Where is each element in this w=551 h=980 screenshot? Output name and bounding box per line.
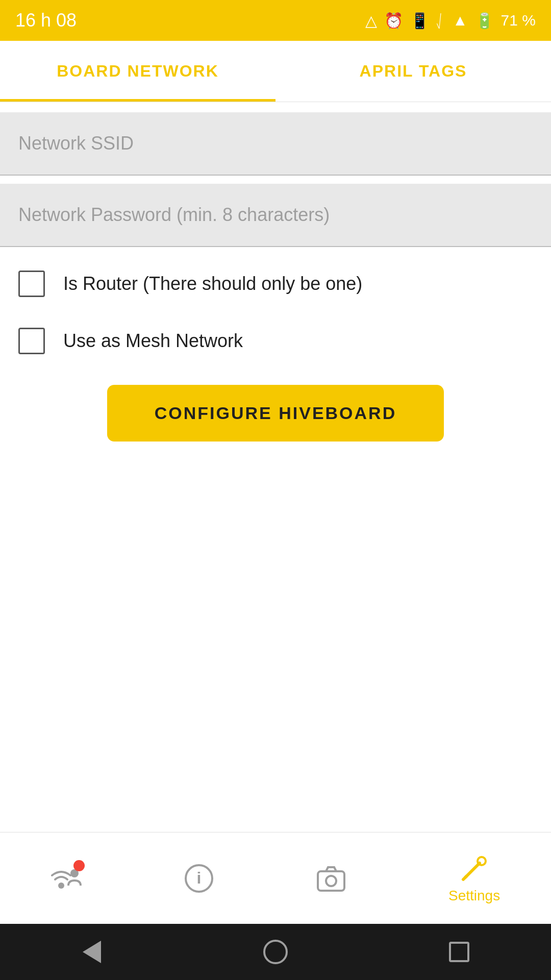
- main-content: Is Router (There should only be one) Use…: [0, 102, 551, 832]
- sys-home-button[interactable]: [258, 934, 293, 970]
- configure-hiveboard-button[interactable]: CONFIGURE HIVEBOARD: [107, 385, 444, 442]
- wifi-badge: [73, 860, 85, 871]
- system-nav-bar: [0, 924, 551, 980]
- bottom-nav: i Settings: [0, 832, 551, 924]
- svg-line-8: [463, 876, 466, 879]
- status-bar: 16 h 08 △ ⏰ 📱 ⎷ ▲ 🔋 71 %: [0, 0, 551, 41]
- nav-item-settings[interactable]: Settings: [448, 853, 500, 904]
- sys-recents-button[interactable]: [441, 934, 477, 970]
- home-circle-icon: [263, 940, 288, 964]
- back-triangle-icon: [83, 941, 101, 963]
- tab-april-tags-label: APRIL TAGS: [360, 62, 467, 81]
- signal-icon: ▲: [453, 12, 468, 29]
- tab-bar: BOARD NETWORK APRIL TAGS: [0, 41, 551, 102]
- mesh-network-checkbox[interactable]: [18, 328, 45, 354]
- network-password-input[interactable]: [0, 184, 551, 247]
- svg-line-6: [465, 863, 480, 877]
- tab-board-network[interactable]: BOARD NETWORK: [0, 41, 276, 102]
- svg-point-0: [58, 883, 64, 889]
- settings-nav-icon: [459, 853, 490, 884]
- alert-icon: △: [365, 12, 377, 30]
- vibrate-icon: 📱: [410, 12, 429, 30]
- svg-point-5: [326, 876, 336, 886]
- tab-board-network-label: BOARD NETWORK: [57, 62, 219, 81]
- battery-icon: 🔋: [475, 12, 494, 30]
- nav-item-wifi[interactable]: [51, 862, 82, 895]
- mesh-network-label: Use as Mesh Network: [63, 330, 243, 352]
- status-icons: △ ⏰ 📱 ⎷ ▲ 🔋 71 %: [365, 12, 536, 30]
- status-time: 16 h 08: [15, 10, 77, 31]
- nav-item-camera[interactable]: [316, 863, 346, 894]
- battery-percent: 71 %: [501, 12, 536, 29]
- network-ssid-input[interactable]: [0, 112, 551, 176]
- alarm-icon: ⏰: [384, 12, 403, 30]
- configure-btn-wrapper: CONFIGURE HIVEBOARD: [0, 385, 551, 442]
- sys-back-button[interactable]: [74, 934, 110, 970]
- info-nav-icon: i: [184, 863, 214, 894]
- is-router-label: Is Router (There should only be one): [63, 273, 362, 295]
- settings-nav-label: Settings: [448, 888, 500, 904]
- is-router-row: Is Router (There should only be one): [0, 255, 551, 312]
- camera-nav-icon: [316, 863, 346, 894]
- wifi-status-icon: ⎷: [436, 12, 445, 29]
- mesh-network-row: Use as Mesh Network: [0, 312, 551, 370]
- svg-text:i: i: [196, 869, 201, 887]
- tab-april-tags[interactable]: APRIL TAGS: [276, 41, 551, 102]
- is-router-checkbox[interactable]: [18, 271, 45, 297]
- recents-square-icon: [449, 942, 469, 962]
- nav-item-info[interactable]: i: [184, 863, 214, 894]
- svg-point-7: [478, 857, 486, 865]
- svg-rect-4: [318, 871, 344, 891]
